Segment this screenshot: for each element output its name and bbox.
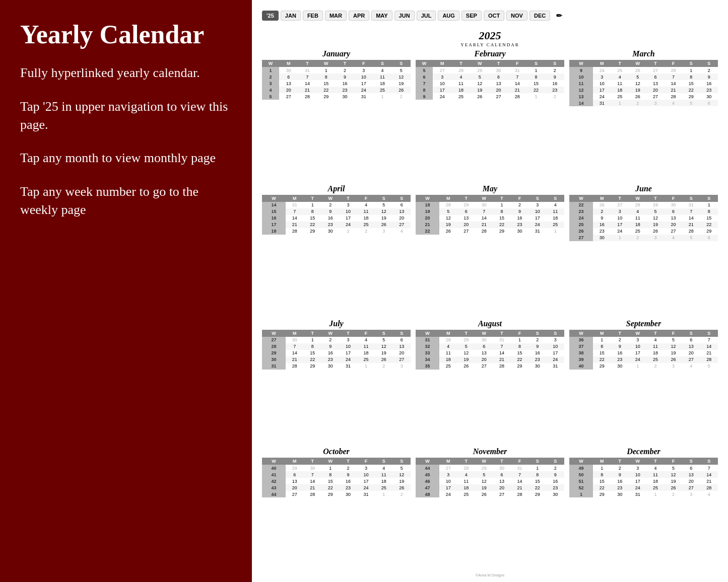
week-number[interactable]: 12 bbox=[569, 87, 593, 93]
nav-btn-jul[interactable]: JUL bbox=[417, 11, 436, 21]
month-january[interactable]: JanuaryWMTWTFSS1303112345267891011123131… bbox=[262, 49, 411, 180]
month-table: WMTWTFSS18282930123419567891011201213141… bbox=[416, 195, 564, 235]
table-row: 2730123456 bbox=[262, 337, 411, 343]
month-june[interactable]: JuneWMTWTFSS2226272829303112323456782491… bbox=[569, 184, 718, 315]
table-row: 710111213141516 bbox=[416, 80, 564, 87]
nav-btn-mar[interactable]: MAR bbox=[325, 11, 347, 21]
week-number[interactable]: 11 bbox=[569, 80, 593, 87]
week-number[interactable]: 44 bbox=[262, 491, 286, 497]
week-number[interactable]: 24 bbox=[569, 215, 593, 222]
week-number[interactable]: 26 bbox=[569, 228, 593, 235]
week-number[interactable]: 5 bbox=[262, 93, 279, 100]
week-number[interactable]: 35 bbox=[416, 363, 439, 370]
month-name: May bbox=[416, 184, 564, 193]
week-number[interactable]: 9 bbox=[569, 67, 593, 74]
week-number[interactable]: 18 bbox=[262, 228, 286, 235]
month-table: WMTWTFSS36123456737891011121314381516171… bbox=[569, 330, 718, 370]
week-number[interactable]: 51 bbox=[569, 478, 593, 484]
month-may[interactable]: MayWMTWTFSS18282930123419567891011201213… bbox=[416, 184, 564, 315]
month-october[interactable]: OctoberWMTWTFSS4029301234541678910111242… bbox=[262, 447, 411, 571]
month-april[interactable]: AprilWMTWTFSS143112345615789101112131614… bbox=[262, 184, 411, 315]
week-number[interactable]: 17 bbox=[262, 222, 286, 228]
week-number[interactable]: 39 bbox=[569, 356, 593, 363]
month-march[interactable]: MarchWMTWTFSS924252627281210345678911101… bbox=[569, 49, 718, 180]
week-number[interactable]: 38 bbox=[569, 350, 593, 356]
week-number[interactable]: 2 bbox=[262, 74, 279, 80]
week-number[interactable]: 52 bbox=[569, 484, 593, 491]
edit-button[interactable]: ✏ bbox=[552, 10, 566, 21]
week-number[interactable]: 29 bbox=[262, 350, 286, 356]
week-number[interactable]: 40 bbox=[569, 363, 593, 370]
week-number[interactable]: 49 bbox=[569, 465, 593, 471]
week-number[interactable]: 7 bbox=[416, 80, 433, 87]
week-number[interactable]: 37 bbox=[569, 343, 593, 350]
week-number[interactable]: 48 bbox=[416, 491, 439, 497]
week-number[interactable]: 33 bbox=[416, 350, 439, 356]
week-number[interactable]: 6 bbox=[416, 74, 433, 80]
week-number[interactable]: 27 bbox=[262, 337, 286, 343]
week-number[interactable]: 1 bbox=[262, 67, 279, 74]
week-number[interactable]: 14 bbox=[569, 100, 593, 106]
week-number[interactable]: 15 bbox=[262, 208, 286, 215]
nav-btn-jun[interactable]: JUN bbox=[394, 11, 415, 21]
week-number[interactable]: 8 bbox=[416, 87, 433, 93]
nav-btn-aug[interactable]: AUG bbox=[438, 11, 459, 21]
nav-btn-apr[interactable]: APR bbox=[349, 11, 369, 21]
table-row: 1578910111213 bbox=[262, 208, 411, 215]
month-november[interactable]: NovemberWMTWTFSS442728293031124534567894… bbox=[416, 447, 564, 571]
table-row: 232345678 bbox=[569, 208, 718, 215]
week-number[interactable]: 22 bbox=[569, 202, 593, 208]
week-number[interactable]: 5 bbox=[416, 67, 433, 74]
week-number[interactable]: 9 bbox=[416, 93, 433, 100]
table-row: 50891011121314 bbox=[569, 471, 718, 478]
week-number[interactable]: 21 bbox=[416, 222, 439, 228]
nav-btn-oct[interactable]: OCT bbox=[484, 11, 504, 21]
week-number[interactable]: 47 bbox=[416, 484, 439, 491]
week-number[interactable]: 50 bbox=[569, 471, 593, 478]
week-number[interactable]: 22 bbox=[416, 228, 439, 235]
week-number[interactable]: 13 bbox=[569, 93, 593, 100]
table-row: 63456789 bbox=[416, 74, 564, 80]
week-number[interactable]: 1 bbox=[569, 491, 593, 497]
month-september[interactable]: SeptemberWMTWTFSS36123456737891011121314… bbox=[569, 319, 718, 444]
nav-btn-nov[interactable]: NOV bbox=[506, 11, 527, 21]
nav-btn-sep[interactable]: SEP bbox=[461, 11, 482, 21]
week-number[interactable]: 25 bbox=[569, 222, 593, 228]
week-number[interactable]: 18 bbox=[416, 202, 439, 208]
week-number[interactable]: 3 bbox=[262, 80, 279, 87]
week-number[interactable]: 31 bbox=[416, 337, 439, 343]
week-number[interactable]: 19 bbox=[416, 208, 439, 215]
week-number[interactable]: 4 bbox=[262, 87, 279, 93]
week-number[interactable]: 45 bbox=[416, 471, 439, 478]
week-number[interactable]: 42 bbox=[262, 478, 286, 484]
week-number[interactable]: 20 bbox=[416, 215, 439, 222]
table-row: 313141516171819 bbox=[262, 80, 411, 87]
table-row: 4213141516171819 bbox=[262, 478, 411, 484]
week-number[interactable]: 14 bbox=[262, 202, 286, 208]
week-number[interactable]: 34 bbox=[416, 356, 439, 363]
week-number[interactable]: 10 bbox=[569, 74, 593, 80]
week-number[interactable]: 32 bbox=[416, 343, 439, 350]
week-number[interactable]: 36 bbox=[569, 337, 593, 343]
month-august[interactable]: AugustWMTWTFSS31282930311233245678910331… bbox=[416, 319, 564, 444]
nav-btn-may[interactable]: MAY bbox=[371, 11, 392, 21]
week-number[interactable]: 41 bbox=[262, 471, 286, 478]
week-number[interactable]: 44 bbox=[416, 465, 439, 471]
week-number[interactable]: 46 bbox=[416, 478, 439, 484]
table-row: 3128293031123 bbox=[262, 363, 411, 370]
week-number[interactable]: 31 bbox=[262, 363, 286, 370]
nav-btn-dec[interactable]: DEC bbox=[530, 11, 550, 21]
week-number[interactable]: 40 bbox=[262, 465, 286, 471]
week-number[interactable]: 28 bbox=[262, 343, 286, 350]
week-number[interactable]: 43 bbox=[262, 484, 286, 491]
week-number[interactable]: 30 bbox=[262, 356, 286, 363]
nav-btn-feb[interactable]: FEB bbox=[303, 11, 323, 21]
month-december[interactable]: DecemberWMTWTFSS491234567508910111213145… bbox=[569, 447, 718, 571]
week-number[interactable]: 16 bbox=[262, 215, 286, 222]
week-number[interactable]: 27 bbox=[569, 235, 593, 241]
week-number[interactable]: 23 bbox=[569, 208, 593, 215]
month-july[interactable]: JulyWMTWTFSS2730123456287891011121329141… bbox=[262, 319, 411, 444]
nav-btn-25[interactable]: '25 bbox=[262, 11, 279, 21]
nav-btn-jan[interactable]: JAN bbox=[281, 11, 301, 21]
month-february[interactable]: FebruaryWMTWTFSS527282930311263456789710… bbox=[416, 49, 564, 180]
